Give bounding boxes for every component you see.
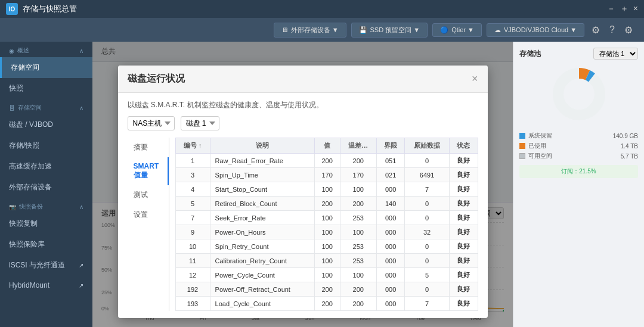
cell-raw: 0 — [405, 254, 449, 268]
cell-id: 10 — [175, 239, 210, 254]
dialog-header: 磁盘运行状况 × — [118, 66, 488, 93]
cell-diff: 253 — [340, 254, 376, 268]
modal-overlay: 磁盘运行状况 × 以磁盘 S.M.A.R.T. 机制监控磁盘的健康度、温度与使用… — [92, 42, 513, 327]
col-header-limit[interactable]: 界限 — [376, 138, 405, 154]
host-select[interactable]: NAS主机 — [128, 116, 175, 130]
sidebar-item-snapshot-copy[interactable]: 快照复制 — [0, 213, 92, 234]
external-link-icon2: ↗ — [79, 282, 83, 289]
cell-status: 良好 — [449, 197, 478, 211]
sidebar-item-disk-vjbod[interactable]: 磁盘 / VJBOD — [0, 114, 92, 135]
cell-status: 良好 — [449, 211, 478, 225]
cell-diff: 200 — [340, 297, 376, 311]
cell-raw: 0 — [405, 239, 449, 254]
settings-icon[interactable]: ⚙ — [622, 22, 635, 38]
help-icon[interactable]: ? — [607, 22, 617, 38]
cell-limit: 000 — [376, 268, 405, 282]
cell-raw: 0 — [405, 197, 449, 211]
sidebar-item-storage-snapshot[interactable]: 存储/快照 — [0, 135, 92, 156]
cell-val: 100 — [314, 182, 340, 197]
cell-status: 良好 — [449, 254, 478, 268]
cell-name: Load_Cycle_Count — [210, 297, 314, 311]
external-storage-button[interactable]: 🖥 外部存储设备 ▼ — [274, 23, 346, 38]
maximize-button[interactable]: ＋ — [620, 4, 628, 14]
search-icon[interactable]: ⚙ — [589, 22, 602, 38]
cell-id: 192 — [175, 282, 210, 297]
col-header-val[interactable]: 值 — [314, 138, 340, 154]
cell-val: 100 — [314, 211, 340, 225]
tab-smart[interactable]: SMART 值量 — [128, 157, 169, 185]
cell-raw: 0 — [405, 154, 449, 168]
col-header-raw[interactable]: 原始数据 — [405, 138, 449, 154]
sidebar-item-hybridmount[interactable]: HybridMount ↗ — [0, 276, 92, 295]
cell-id: 3 — [175, 168, 210, 182]
dialog-tabs: 摘要 SMART 值量 测试 设置 — [128, 138, 169, 311]
cell-name: Start_Stop_Count — [210, 182, 314, 197]
col-header-diff[interactable]: 温差… — [340, 138, 376, 154]
cloud-icon: ☁ — [494, 26, 501, 34]
legend-used: 已使用 1.4 TB — [519, 142, 638, 150]
storage-icon: 🗄 — [9, 105, 15, 111]
cell-diff: 200 — [340, 282, 376, 297]
sidebar-item-snapshot[interactable]: 快照 — [0, 78, 92, 99]
cell-limit: 051 — [376, 154, 405, 168]
cell-val: 200 — [314, 282, 340, 297]
tab-test[interactable]: 测试 — [128, 185, 169, 205]
disk-select[interactable]: 磁盘 1 — [181, 116, 219, 130]
sidebar-section-snapshot-backup[interactable]: 📷 快照备份 ∧ — [0, 198, 92, 213]
cell-raw: 5 — [405, 268, 449, 282]
sidebar-item-cache[interactable]: 高速缓存加速 — [0, 156, 92, 177]
sidebar-section-overview[interactable]: ◉ 概述 ∧ — [0, 42, 92, 57]
cell-status: 良好 — [449, 182, 478, 197]
col-header-name[interactable]: 说明 — [210, 138, 314, 154]
cell-limit: 000 — [376, 182, 405, 197]
pool-donut-chart — [549, 64, 609, 124]
sidebar-item-storage-space[interactable]: 存储空间 — [0, 57, 92, 78]
window-controls[interactable]: － ＋ × — [607, 4, 638, 14]
cell-id: 193 — [175, 297, 210, 311]
tab-summary[interactable]: 摘要 — [128, 138, 169, 157]
cell-val: 200 — [314, 197, 340, 211]
cell-diff: 200 — [340, 197, 376, 211]
sidebar-section-storage[interactable]: 🗄 存储空间 ∧ — [0, 99, 92, 114]
cell-name: Spin_Retry_Count — [210, 239, 314, 254]
cell-name: Power-On_Hours — [210, 225, 314, 239]
cell-raw: 6491 — [405, 168, 449, 182]
titlebar: IO 存储与快照总管 － ＋ × — [0, 0, 644, 18]
vjbod-button[interactable]: ☁ VJBOD/VJBOD Cloud ▼ — [487, 23, 584, 37]
col-header-status[interactable]: 状态 — [449, 138, 478, 154]
sidebar-item-iscsi[interactable]: iSCSI 与光纤通道 ↗ — [0, 255, 92, 276]
dialog-close-button[interactable]: × — [472, 73, 478, 85]
ssd-icon: 💾 — [359, 26, 367, 34]
col-header-id[interactable]: 编号 ↑ — [175, 138, 210, 154]
close-button[interactable]: × — [633, 4, 638, 14]
dialog-description: 以磁盘 S.M.A.R.T. 机制监控磁盘的健康度、温度与使用状况。 — [128, 100, 478, 110]
cell-val: 100 — [314, 239, 340, 254]
minimize-button[interactable]: － — [607, 4, 615, 14]
qtier-button[interactable]: 🔵 Qtier ▼ — [432, 23, 482, 37]
sidebar-item-snapshot-vault[interactable]: 快照保险库 — [0, 234, 92, 255]
smart-table: 编号 ↑ 说明 值 温差… 界限 原始数据 状态 — [175, 138, 478, 311]
cell-id: 7 — [175, 211, 210, 225]
table-row: 1 Raw_Read_Error_Rate 200 200 051 0 良好 — [175, 154, 478, 168]
cell-limit: 000 — [376, 225, 405, 239]
pool-title: 存储池 — [519, 49, 541, 59]
main-layout: ◉ 概述 ∧ 存储空间 快照 🗄 存储空间 ∧ 磁盘 / VJBOD 存储/快照… — [0, 42, 644, 327]
chevron-icon: ∧ — [79, 204, 83, 210]
external-link-icon: ↗ — [79, 262, 83, 269]
table-row: 9 Power-On_Hours 100 100 000 32 良好 — [175, 225, 478, 239]
cell-val: 100 — [314, 254, 340, 268]
sidebar-item-external[interactable]: 外部存储设备 — [0, 177, 92, 198]
cell-val: 200 — [314, 154, 340, 168]
cell-id: 9 — [175, 225, 210, 239]
cell-diff: 253 — [340, 211, 376, 225]
cell-name: Spin_Up_Time — [210, 168, 314, 182]
cell-id: 4 — [175, 182, 210, 197]
cell-name: Seek_Error_Rate — [210, 211, 314, 225]
sidebar: ◉ 概述 ∧ 存储空间 快照 🗄 存储空间 ∧ 磁盘 / VJBOD 存储/快照… — [0, 42, 92, 327]
cell-raw: 7 — [405, 297, 449, 311]
ssd-reserve-button[interactable]: 💾 SSD 预留空间 ▼ — [351, 23, 428, 38]
tab-settings[interactable]: 设置 — [128, 205, 169, 225]
cell-id: 11 — [175, 254, 210, 268]
external-storage-icon: 🖥 — [281, 26, 288, 33]
pool-select[interactable]: 存储池 1 — [593, 48, 638, 60]
